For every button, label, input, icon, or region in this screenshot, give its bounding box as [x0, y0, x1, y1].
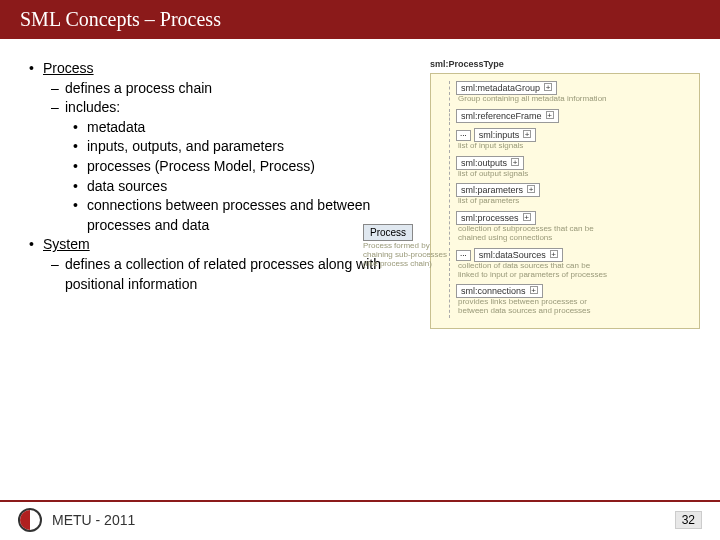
process-chip: Process — [363, 224, 413, 241]
process-chip-note: Process formed by chaining sub-processes… — [363, 242, 453, 268]
schema-tag: sml:dataSources+ — [474, 248, 563, 262]
bullet-system-head: System — [43, 236, 90, 252]
expand-icon: + — [544, 83, 552, 91]
expand-icon: + — [546, 111, 554, 119]
slide-footer: METU - 2011 32 — [0, 500, 720, 532]
bullet-process-sub2: includes: — [25, 98, 425, 118]
schema-item: ···sml:inputs+list of input signals — [449, 128, 693, 153]
expand-icon: + — [511, 158, 519, 166]
schema-item: sml:processes+collection of subprocesses… — [449, 211, 693, 245]
schema-tag: sml:connections+ — [456, 284, 543, 298]
diagram-container: Process Process formed by chaining sub-p… — [430, 73, 700, 329]
ellipsis-icon: ··· — [456, 130, 471, 141]
bullet-inc-processes: processes (Process Model, Process) — [25, 157, 425, 177]
schema-tag: sml:inputs+ — [474, 128, 537, 142]
bullet-process: Process — [25, 59, 425, 79]
schema-tag: sml:processes+ — [456, 211, 536, 225]
schema-tag: sml:outputs+ — [456, 156, 524, 170]
schema-item: sml:metadataGroup+Group containing all m… — [449, 81, 693, 106]
schema-desc: list of parameters — [458, 197, 608, 206]
bullet-inc-metadata: metadata — [25, 118, 425, 138]
expand-icon: + — [527, 185, 535, 193]
schema-desc: Group containing all metadata informatio… — [458, 95, 608, 104]
bullet-process-sub1: defines a process chain — [25, 79, 425, 99]
page-number: 32 — [675, 511, 702, 529]
bullet-inc-io: inputs, outputs, and parameters — [25, 137, 425, 157]
schema-tag: sml:referenceFrame+ — [456, 109, 559, 123]
schema-desc: provides links between processes or betw… — [458, 298, 608, 316]
expand-icon: + — [523, 130, 531, 138]
diagram-root-label: sml:ProcessType — [430, 59, 700, 69]
footer-text: METU - 2011 — [52, 512, 135, 528]
slide-title: SML Concepts – Process — [0, 0, 720, 39]
schema-item: sml:parameters+list of parameters — [449, 183, 693, 208]
schema-item: sml:referenceFrame+ — [449, 109, 693, 125]
schema-tag: sml:parameters+ — [456, 183, 540, 197]
schema-desc: list of output signals — [458, 170, 608, 179]
metu-logo-icon — [18, 508, 42, 532]
bullet-inc-datasources: data sources — [25, 177, 425, 197]
expand-icon: + — [523, 213, 531, 221]
schema-desc: collection of subprocesses that can be c… — [458, 225, 608, 243]
schema-item: sml:outputs+list of output signals — [449, 156, 693, 181]
schema-diagram: sml:ProcessType Process Process formed b… — [430, 59, 700, 329]
schema-desc: list of input signals — [458, 142, 608, 151]
expand-icon: + — [550, 250, 558, 258]
bullet-process-head: Process — [43, 60, 94, 76]
schema-desc: collection of data sources that can be l… — [458, 262, 608, 280]
ellipsis-icon: ··· — [456, 250, 471, 261]
schema-item: ···sml:dataSources+collection of data so… — [449, 248, 693, 282]
schema-tag: sml:metadataGroup+ — [456, 81, 557, 95]
slide-body: Process defines a process chain includes… — [0, 39, 720, 329]
expand-icon: + — [530, 286, 538, 294]
bullet-column: Process defines a process chain includes… — [25, 59, 425, 329]
schema-item: sml:connections+provides links between p… — [449, 284, 693, 318]
